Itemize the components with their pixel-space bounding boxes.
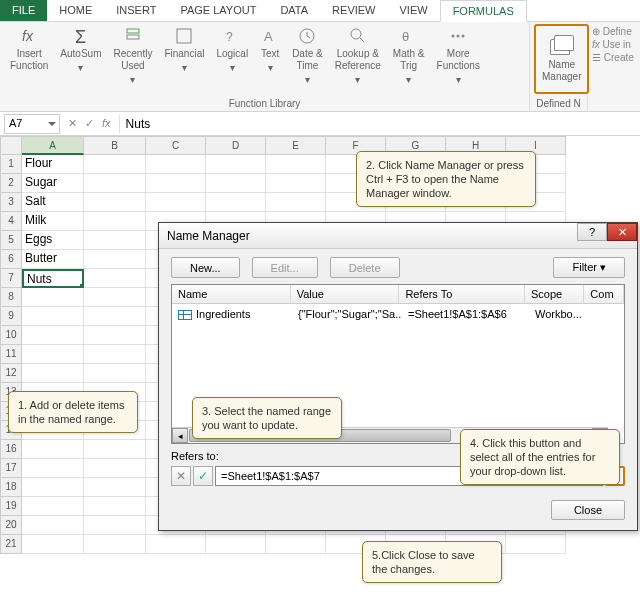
row-header-2[interactable]: 2 — [0, 174, 22, 193]
row-header-11[interactable]: 11 — [0, 345, 22, 364]
cell-B2[interactable] — [84, 174, 146, 193]
cell-B4[interactable] — [84, 212, 146, 231]
tab-data[interactable]: DATA — [268, 0, 320, 21]
row-header-12[interactable]: 12 — [0, 364, 22, 383]
cell-B16[interactable] — [84, 440, 146, 459]
tab-formulas[interactable]: FORMULAS — [440, 0, 527, 22]
formula-input[interactable]: Nuts — [119, 115, 640, 133]
cell-C21[interactable] — [146, 535, 206, 554]
tab-home[interactable]: HOME — [47, 0, 104, 21]
fx-icon[interactable]: fx — [102, 117, 111, 130]
tab-review[interactable]: REVIEW — [320, 0, 387, 21]
cell-E3[interactable] — [266, 193, 326, 212]
list-col-value[interactable]: Value — [291, 285, 400, 303]
row-header-6[interactable]: 6 — [0, 250, 22, 269]
autosum-button[interactable]: ΣAutoSum▾ — [54, 24, 107, 88]
refers-accept-icon[interactable]: ✓ — [193, 466, 213, 486]
cell-B7[interactable] — [84, 269, 146, 288]
recently-used-button[interactable]: RecentlyUsed▾ — [108, 24, 159, 88]
cell-D1[interactable] — [206, 155, 266, 174]
define-name-button[interactable]: ⊕ Define — [592, 26, 634, 37]
cell-D2[interactable] — [206, 174, 266, 193]
cell-A11[interactable] — [22, 345, 84, 364]
cell-A8[interactable] — [22, 288, 84, 307]
cell-D21[interactable] — [206, 535, 266, 554]
cell-A4[interactable]: Milk — [22, 212, 84, 231]
insert-function-button[interactable]: fxInsertFunction — [4, 24, 54, 88]
row-header-7[interactable]: 7 — [0, 269, 22, 288]
row-header-5[interactable]: 5 — [0, 231, 22, 250]
new-button[interactable]: New... — [171, 257, 240, 278]
delete-button[interactable]: Delete — [330, 257, 400, 278]
list-item[interactable]: Ingredients {"Flour";"Sugar";"Sa... =She… — [172, 304, 624, 324]
tab-file[interactable]: FILE — [0, 0, 47, 21]
cell-E2[interactable] — [266, 174, 326, 193]
cell-A3[interactable]: Salt — [22, 193, 84, 212]
cell-A21[interactable] — [22, 535, 84, 554]
enter-icon[interactable]: ✓ — [85, 117, 94, 130]
cell-I21[interactable] — [506, 535, 566, 554]
cell-B17[interactable] — [84, 459, 146, 478]
cell-A5[interactable]: Eggs — [22, 231, 84, 250]
cell-A1[interactable]: Flour — [22, 155, 84, 174]
row-header-1[interactable]: 1 — [0, 155, 22, 174]
date-time-button[interactable]: Date &Time▾ — [286, 24, 329, 88]
col-header-E[interactable]: E — [266, 136, 326, 155]
list-col-name[interactable]: Name — [172, 285, 291, 303]
row-header-4[interactable]: 4 — [0, 212, 22, 231]
cell-A7[interactable]: Nuts — [22, 269, 84, 288]
cell-A17[interactable] — [22, 459, 84, 478]
row-header-9[interactable]: 9 — [0, 307, 22, 326]
row-header-3[interactable]: 3 — [0, 193, 22, 212]
list-col-refers-to[interactable]: Refers To — [399, 285, 525, 303]
cell-B6[interactable] — [84, 250, 146, 269]
cell-B19[interactable] — [84, 497, 146, 516]
cell-A19[interactable] — [22, 497, 84, 516]
cell-A20[interactable] — [22, 516, 84, 535]
cell-C2[interactable] — [146, 174, 206, 193]
cell-A18[interactable] — [22, 478, 84, 497]
refers-cancel-icon[interactable]: ✕ — [171, 466, 191, 486]
cell-B3[interactable] — [84, 193, 146, 212]
cell-B5[interactable] — [84, 231, 146, 250]
close-button[interactable]: Close — [551, 500, 625, 520]
use-in-formula-button[interactable]: fx Use in — [592, 39, 634, 50]
list-col-com[interactable]: Com — [584, 285, 624, 303]
cell-B1[interactable] — [84, 155, 146, 174]
tab-view[interactable]: VIEW — [388, 0, 440, 21]
dialog-titlebar[interactable]: Name Manager ? ✕ — [159, 223, 637, 249]
filter-button[interactable]: Filter ▾ — [553, 257, 625, 278]
name-manager-button[interactable]: NameManager — [534, 24, 589, 94]
cell-B11[interactable] — [84, 345, 146, 364]
cell-B18[interactable] — [84, 478, 146, 497]
cell-C3[interactable] — [146, 193, 206, 212]
row-header-8[interactable]: 8 — [0, 288, 22, 307]
row-header-19[interactable]: 19 — [0, 497, 22, 516]
select-all-corner[interactable] — [0, 136, 22, 155]
help-button[interactable]: ? — [577, 223, 607, 241]
cell-A12[interactable] — [22, 364, 84, 383]
row-header-17[interactable]: 17 — [0, 459, 22, 478]
cell-B9[interactable] — [84, 307, 146, 326]
cell-B12[interactable] — [84, 364, 146, 383]
list-col-scope[interactable]: Scope — [525, 285, 584, 303]
close-x-button[interactable]: ✕ — [607, 223, 637, 241]
tab-page-layout[interactable]: PAGE LAYOUT — [168, 0, 268, 21]
math-trig-button[interactable]: θMath &Trig▾ — [387, 24, 431, 88]
row-header-10[interactable]: 10 — [0, 326, 22, 345]
col-header-D[interactable]: D — [206, 136, 266, 155]
cell-B10[interactable] — [84, 326, 146, 345]
cell-B20[interactable] — [84, 516, 146, 535]
create-from-selection-button[interactable]: ☰ Create — [592, 52, 634, 63]
row-header-20[interactable]: 20 — [0, 516, 22, 535]
cell-E21[interactable] — [266, 535, 326, 554]
cancel-icon[interactable]: ✕ — [68, 117, 77, 130]
logical-button[interactable]: ?Logical▾ — [210, 24, 254, 88]
lookup-button[interactable]: Lookup &Reference▾ — [329, 24, 387, 88]
more-functions-button[interactable]: MoreFunctions▾ — [431, 24, 486, 88]
col-header-A[interactable]: A — [22, 136, 84, 155]
cell-C1[interactable] — [146, 155, 206, 174]
cell-A6[interactable]: Butter — [22, 250, 84, 269]
cell-D3[interactable] — [206, 193, 266, 212]
financial-button[interactable]: Financial▾ — [158, 24, 210, 88]
